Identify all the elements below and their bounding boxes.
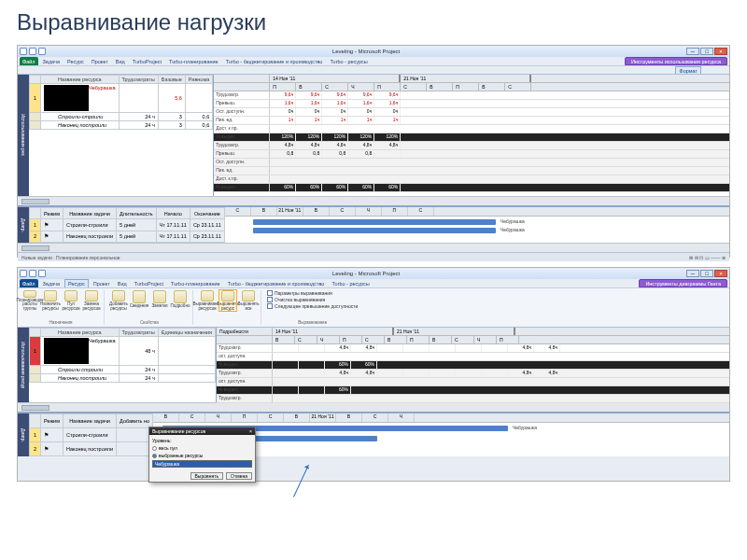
leveling-options-button[interactable]: Параметры выравнивания xyxy=(267,290,358,296)
col[interactable]: Название задачи xyxy=(63,414,116,428)
row-num[interactable]: 1 xyxy=(30,84,41,113)
row-num[interactable]: 1 xyxy=(30,428,41,442)
task-name[interactable]: Наконец построили xyxy=(63,442,116,456)
cell[interactable]: 5,6 xyxy=(158,84,185,113)
cell[interactable]: Ср 23.11.11 xyxy=(190,219,224,231)
resources-listbox[interactable]: Чебурашка xyxy=(152,460,252,468)
col[interactable]: Окончание xyxy=(190,208,224,219)
add-resources-button[interactable]: Добавить ресурсы xyxy=(110,290,127,311)
col[interactable]: Длительность xyxy=(117,208,157,219)
team-planner-button[interactable]: Планировщик работы группы xyxy=(21,290,38,311)
task-name[interactable]: Строили-строили xyxy=(63,219,116,231)
close-button[interactable]: × xyxy=(714,48,727,55)
cell[interactable]: 5 дней xyxy=(117,219,157,231)
level-resource-button[interactable]: Выровнять ресурс xyxy=(219,290,236,311)
radio-selected-resources[interactable]: выбранные ресурсы xyxy=(152,453,252,458)
cell[interactable]: Чт 17.11.11 xyxy=(156,231,190,242)
minimize-button[interactable]: ─ xyxy=(686,270,699,277)
tab-task[interactable]: Задача xyxy=(40,279,63,287)
task-cell[interactable]: Строили строили xyxy=(41,366,120,374)
cell[interactable] xyxy=(185,84,212,113)
cell[interactable]: 48 ч xyxy=(119,337,158,366)
task-cell[interactable]: Наконец построили xyxy=(41,374,120,383)
tab-view[interactable]: Вид xyxy=(115,279,130,287)
cell[interactable]: 0,6 xyxy=(185,113,212,121)
col[interactable]: Режим xyxy=(41,208,63,219)
tab-file[interactable]: Файл xyxy=(20,279,38,287)
resource-cell[interactable]: Чебурашка xyxy=(41,84,120,113)
cell[interactable] xyxy=(158,366,215,374)
tab-format[interactable]: Формат xyxy=(675,66,701,74)
level-now-button[interactable]: Выровнять xyxy=(190,472,224,480)
cell[interactable] xyxy=(117,428,153,442)
cell[interactable]: 24 ч xyxy=(119,366,158,374)
gantt-chart[interactable]: СВ21 Ноя '11ВСЧПС Чебурашка Чебурашка xyxy=(225,207,729,243)
view-sidebar[interactable]: Использование рес xyxy=(18,75,29,196)
cell[interactable] xyxy=(158,337,215,366)
save-icon[interactable] xyxy=(29,270,36,277)
col[interactable]: Добавить но xyxy=(117,414,153,428)
mode-cell[interactable]: ⚑ xyxy=(41,428,63,442)
maximize-button[interactable]: □ xyxy=(700,48,713,55)
row-num[interactable] xyxy=(30,366,41,374)
timephased-grid[interactable]: Подробности14 Ноя '1121 Ноя '11 ВСЧПСВПВ… xyxy=(216,328,729,402)
tab-file[interactable]: Файл xyxy=(20,57,38,65)
cell[interactable]: 24 ч xyxy=(119,374,158,383)
tab-turbo3[interactable]: Turbo - бюджетирование и производство xyxy=(223,57,326,65)
resource-cell[interactable]: Чебурашка xyxy=(41,337,120,366)
task-cell[interactable]: Строили-строили xyxy=(41,113,120,121)
col-units[interactable]: Единицы назначения xyxy=(158,329,215,337)
details-button[interactable]: Подробно xyxy=(172,290,189,311)
cell[interactable] xyxy=(119,84,158,113)
cell[interactable] xyxy=(117,442,153,456)
gantt-sidebar[interactable]: Диагр. xyxy=(18,207,29,243)
cell[interactable]: 3 xyxy=(158,121,185,130)
notes-button[interactable]: Заметки xyxy=(151,290,168,311)
task-name[interactable]: Наконец построили xyxy=(63,231,116,242)
view-sidebar[interactable]: Использование ресур xyxy=(18,328,29,402)
cell[interactable]: Ср 23.11.11 xyxy=(190,231,224,242)
gantt-bar[interactable] xyxy=(253,219,496,225)
col-var[interactable]: Равнома xyxy=(185,76,212,84)
resource-pool-button[interactable]: Пул ресурсов xyxy=(63,290,79,311)
task-cell[interactable]: Наконец построили xyxy=(41,121,120,130)
tab-project[interactable]: Проект xyxy=(89,57,111,65)
gantt-sidebar[interactable]: Диагр. xyxy=(18,413,29,456)
tab-project[interactable]: Проект xyxy=(91,279,113,287)
col-work[interactable]: Трудозатраты xyxy=(119,329,158,337)
tab-resource[interactable]: Ресурс xyxy=(64,279,89,287)
tab-turbo3[interactable]: Turbo - бюджетирование и производство xyxy=(225,279,328,287)
col[interactable]: Начало xyxy=(156,208,190,219)
information-button[interactable]: Сведения xyxy=(131,290,148,311)
col-resname[interactable]: Название ресурса xyxy=(41,329,120,337)
clear-leveling-button[interactable]: Очистка выравнивания xyxy=(267,297,358,302)
col[interactable]: Режим xyxy=(41,414,63,428)
level-selection-button[interactable]: Выравнивание ресурсов xyxy=(199,290,216,311)
row-num[interactable]: 2 xyxy=(30,442,41,456)
cell[interactable]: 0,6 xyxy=(185,121,212,130)
tab-turbo1[interactable]: TurboProject xyxy=(132,279,166,287)
col-base[interactable]: Базовые xyxy=(158,76,185,84)
row-num[interactable] xyxy=(30,121,41,130)
h-scrollbar[interactable] xyxy=(18,196,729,205)
next-overallocation-button[interactable]: Следующее превышение доступности xyxy=(267,303,358,309)
tab-turbo2[interactable]: Turbo-планирование xyxy=(168,279,223,287)
col-work[interactable]: Трудозатраты xyxy=(119,76,158,84)
radio-all-pool[interactable]: весь пул xyxy=(152,445,252,451)
tab-view[interactable]: Вид xyxy=(113,57,128,65)
undo-icon[interactable] xyxy=(38,48,46,55)
context-tab[interactable]: Инструменты диаграммы Ганта xyxy=(639,279,727,287)
context-tab[interactable]: Инструменты использования ресурса xyxy=(625,57,727,65)
assign-resources-button[interactable]: Назначить ресурсы xyxy=(42,290,59,311)
substitute-button[interactable]: Замена ресурсов xyxy=(83,290,100,311)
cell[interactable]: Чт 17.11.11 xyxy=(156,219,190,231)
tab-turbo4[interactable]: Turbo - ресурсы xyxy=(329,279,372,287)
tab-resource[interactable]: Ресурс xyxy=(64,57,87,65)
tab-turbo2[interactable]: Turbo-планирование xyxy=(166,57,221,65)
h-scrollbar-2[interactable] xyxy=(18,243,729,252)
dialog-close-icon[interactable]: × xyxy=(249,428,252,434)
close-button[interactable]: × xyxy=(714,270,727,277)
row-num[interactable]: 1 xyxy=(30,219,41,231)
row-num[interactable] xyxy=(30,113,41,121)
row-num[interactable] xyxy=(30,374,41,383)
